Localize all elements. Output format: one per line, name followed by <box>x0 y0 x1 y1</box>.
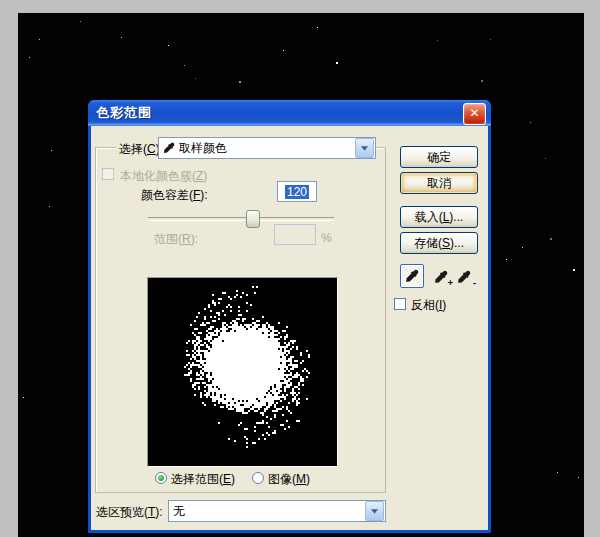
select-value: 取样颜色 <box>179 140 227 157</box>
eyedropper-minus-tool-button[interactable]: - <box>452 265 476 289</box>
range-label: 范围(R): <box>154 231 198 248</box>
radio-image-label: 图像(M) <box>268 471 310 488</box>
fuzziness-value: 120 <box>285 185 309 199</box>
ok-button[interactable]: 确定 <box>400 146 478 168</box>
dialog-titlebar[interactable]: 色彩范围 ✕ <box>88 100 491 126</box>
close-icon[interactable]: ✕ <box>463 103 486 125</box>
invert-checkbox[interactable] <box>394 298 406 310</box>
range-unit: % <box>321 231 332 245</box>
load-button[interactable]: 载入(L)... <box>400 206 478 228</box>
fuzziness-label: 颜色容差(F): <box>141 187 208 204</box>
cancel-button[interactable]: 取消 <box>400 172 478 194</box>
invert-label: 反相(I) <box>411 297 446 314</box>
select-dropdown[interactable]: 取样颜色 <box>158 137 376 159</box>
radio-selection[interactable] <box>155 472 167 484</box>
eyedropper-tool-button[interactable] <box>400 264 424 288</box>
selection-preview-value: 无 <box>173 503 185 520</box>
slider-thumb[interactable] <box>246 210 260 228</box>
radio-selection-label: 选择范围(E) <box>171 471 235 488</box>
selection-preview-label: 选区预览(T): <box>96 504 163 521</box>
chevron-down-icon[interactable] <box>355 138 374 158</box>
localized-clusters-label: 本地化颜色簇(Z) <box>120 168 207 185</box>
eyedropper-icon <box>163 142 175 154</box>
save-button[interactable]: 存储(S)... <box>400 232 478 254</box>
dialog-title: 色彩范围 <box>96 104 152 122</box>
desktop: 色彩范围 ✕ 选择(C): 取样颜色 本地化颜色簇(Z) 颜色容差(F): <box>0 0 600 537</box>
range-input <box>274 224 316 245</box>
fuzziness-input[interactable]: 120 <box>277 181 317 202</box>
radio-image[interactable] <box>252 472 264 484</box>
selection-preview-box[interactable] <box>147 277 338 467</box>
slider-track <box>148 217 334 221</box>
preview-canvas[interactable] <box>148 278 337 466</box>
eyedropper-plus-tool-button[interactable]: + <box>429 265 453 289</box>
chevron-down-icon[interactable] <box>365 501 384 521</box>
dialog-body: 选择(C): 取样颜色 本地化颜色簇(Z) 颜色容差(F): 120 <box>91 126 488 530</box>
color-range-dialog: 色彩范围 ✕ 选择(C): 取样颜色 本地化颜色簇(Z) 颜色容差(F): <box>88 100 491 533</box>
minus-sign: - <box>473 278 476 288</box>
selection-preview-dropdown[interactable]: 无 <box>168 500 386 522</box>
localized-clusters-checkbox[interactable] <box>102 168 114 180</box>
